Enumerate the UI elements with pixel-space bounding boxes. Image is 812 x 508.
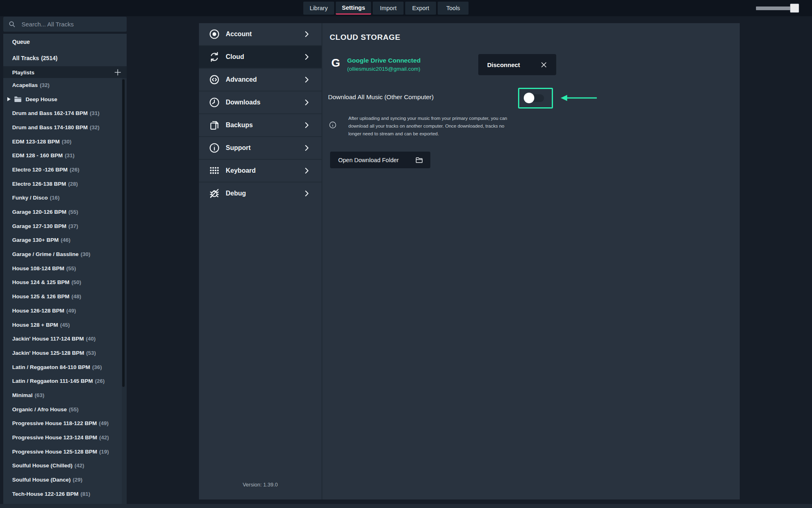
playlist-item[interactable]: House 124 & 125 BPM(50) bbox=[3, 276, 122, 290]
app-window: LibrarySettingsImportExportTools Queue A… bbox=[0, 0, 812, 508]
playlist-count: (31) bbox=[65, 152, 75, 158]
settings-nav-item-cloud[interactable]: Cloud bbox=[199, 45, 322, 68]
playlist-count: (49) bbox=[66, 308, 76, 314]
open-download-folder-button[interactable]: Open Download Folder bbox=[330, 152, 430, 168]
playlist-item[interactable]: Progressive House 118-122 BPM(49) bbox=[3, 417, 122, 431]
settings-nav-item-backups[interactable]: Backups bbox=[199, 113, 322, 136]
settings-nav-item-advanced[interactable]: Advanced bbox=[199, 68, 322, 91]
playlist-count: (45) bbox=[60, 322, 70, 328]
playlist-item[interactable]: Garage 127-130 BPM(37) bbox=[3, 219, 122, 233]
sidebar-item-queue[interactable]: Queue bbox=[3, 34, 127, 50]
playlist-name: Garage / Grime / Bassline bbox=[12, 251, 79, 257]
playlist-item[interactable]: Soulful House (Chilled)(42) bbox=[3, 459, 122, 473]
playlist-name: Latin / Reggaeton 111-145 BPM bbox=[12, 378, 93, 384]
playlist-item[interactable]: Latin / Reggaeton 111-145 BPM(26) bbox=[3, 374, 122, 388]
playlist-item[interactable]: Progressive House 125-128 BPM(19) bbox=[3, 445, 122, 459]
chevron-right-icon bbox=[302, 166, 311, 175]
playlist-item[interactable]: Jackin' House 125-128 BPM(53) bbox=[3, 346, 122, 360]
playlist-count: (32) bbox=[90, 124, 99, 130]
settings-nav-item-account[interactable]: Account bbox=[199, 23, 322, 45]
playlist-count: (40) bbox=[86, 336, 96, 342]
playlist-count: (36) bbox=[92, 364, 102, 370]
playlist-name: Deep House bbox=[26, 96, 57, 102]
playlist-count: (29) bbox=[73, 477, 82, 483]
playlists-scrollbar-thumb[interactable] bbox=[122, 79, 125, 387]
playlist-item[interactable]: House 126-128 BPM(49) bbox=[3, 304, 122, 318]
close-icon bbox=[540, 61, 547, 68]
nav-item-label: Debug bbox=[226, 190, 246, 197]
cloud-storage-heading: CLOUD STORAGE bbox=[330, 33, 400, 42]
playlist-item[interactable]: Garage / Grime / Bassline(30) bbox=[3, 247, 122, 261]
playlist-item[interactable]: Tech-House 122-126 BPM(81) bbox=[3, 487, 122, 501]
playlist-item[interactable]: EDM 123-128 BPM(30) bbox=[3, 135, 122, 149]
playlist-count: (42) bbox=[75, 462, 84, 469]
playlist-item[interactable]: Jackin' House 117-124 BPM(40) bbox=[3, 332, 122, 346]
expand-caret-icon[interactable] bbox=[7, 97, 11, 101]
tab-library[interactable]: Library bbox=[303, 2, 334, 15]
folder-icon bbox=[415, 156, 423, 164]
playlist-item[interactable]: Funky / Disco(16) bbox=[3, 191, 122, 205]
tab-settings[interactable]: Settings bbox=[336, 2, 371, 15]
playlist-item[interactable]: Latin / Reggaeton 84-110 BPM(36) bbox=[3, 360, 122, 374]
top-bar: LibrarySettingsImportExportTools bbox=[0, 0, 812, 16]
playlist-name: Progressive House 123-124 BPM bbox=[12, 434, 97, 441]
playlist-item[interactable]: Drum and Bass 162-174 BPM(31) bbox=[3, 106, 122, 120]
playlist-item[interactable]: Organic / Afro House(55) bbox=[3, 402, 122, 417]
playlist-item[interactable]: Garage 120-126 BPM(55) bbox=[3, 205, 122, 219]
playlist-count: (55) bbox=[69, 406, 79, 412]
search-input[interactable] bbox=[21, 20, 116, 28]
playlist-item[interactable]: Garage 130+ BPM(46) bbox=[3, 233, 122, 247]
chevron-right-icon bbox=[302, 121, 311, 130]
tab-export[interactable]: Export bbox=[405, 2, 436, 15]
playlist-item[interactable]: House 128 + BPM(45) bbox=[3, 318, 122, 332]
playlist-count: (46) bbox=[60, 237, 70, 243]
disconnect-button[interactable]: Disconnect bbox=[478, 54, 556, 75]
queue-label: Queue bbox=[12, 39, 30, 45]
playlist-count: (16) bbox=[50, 195, 60, 201]
playlists-header: Playlists bbox=[3, 66, 127, 78]
playlist-item[interactable]: Soulful House (Dance)(29) bbox=[3, 473, 122, 487]
tab-import[interactable]: Import bbox=[373, 2, 404, 15]
account-icon bbox=[209, 28, 220, 40]
playlist-name: Minimal bbox=[12, 392, 32, 398]
playlist-item[interactable]: Progressive House 123-124 BPM(42) bbox=[3, 430, 122, 445]
chevron-right-icon bbox=[302, 30, 311, 39]
nav-item-label: Keyboard bbox=[226, 167, 256, 174]
playlist-folder[interactable]: Deep House bbox=[3, 92, 122, 106]
playlist-count: (26) bbox=[95, 378, 105, 384]
playlist-item[interactable]: Drum and Bass 174-180 BPM(32) bbox=[3, 120, 122, 135]
info-icon bbox=[329, 121, 337, 129]
playlist-count: (32) bbox=[40, 82, 50, 88]
playlist-name: Electro 126-138 BPM bbox=[12, 181, 66, 187]
playlist-count: (55) bbox=[69, 209, 78, 215]
download-all-music-toggle[interactable] bbox=[525, 94, 544, 102]
playlist-count: (37) bbox=[69, 223, 78, 229]
playlist-name: Funky / Disco bbox=[12, 195, 48, 201]
add-playlist-button[interactable] bbox=[114, 68, 122, 76]
settings-nav-item-debug[interactable]: Debug bbox=[199, 182, 322, 204]
settings-nav-item-downloads[interactable]: Downloads bbox=[199, 91, 322, 113]
nav-item-label: Downloads bbox=[226, 99, 260, 106]
playlist-item[interactable]: Electro 120 -126 BPM(26) bbox=[3, 163, 122, 177]
playlist-item[interactable]: House 125 & 126 BPM(48) bbox=[3, 289, 122, 304]
nav-content-divider bbox=[322, 23, 322, 499]
all-tracks-label: All Tracks bbox=[12, 55, 39, 61]
playlist-item[interactable]: Electro 126-138 BPM(28) bbox=[3, 177, 122, 191]
playlist-item[interactable]: EDM 128 - 160 BPM(31) bbox=[3, 148, 122, 163]
playlist-name: Garage 120-126 BPM bbox=[12, 209, 67, 215]
playlist-count: (30) bbox=[62, 139, 71, 145]
google-logo: G bbox=[331, 56, 340, 69]
playlists-list: Acapellas(32)Deep HouseDrum and Bass 162… bbox=[3, 78, 122, 508]
playlist-item[interactable]: House 108-124 BPM(55) bbox=[3, 261, 122, 276]
playlist-item[interactable]: Acapellas(32) bbox=[3, 78, 122, 92]
search-box[interactable] bbox=[3, 17, 127, 32]
settings-nav-item-keyboard[interactable]: Keyboard bbox=[199, 159, 322, 182]
topbar-slider-thumb[interactable] bbox=[790, 4, 799, 13]
settings-nav-item-support[interactable]: Support bbox=[199, 136, 322, 159]
open-folder-label: Open Download Folder bbox=[338, 157, 399, 163]
playlist-item[interactable]: Minimal(63) bbox=[3, 388, 122, 402]
playlist-name: Latin / Reggaeton 84-110 BPM bbox=[12, 364, 90, 370]
sidebar-item-all-tracks[interactable]: All Tracks (2514) bbox=[3, 50, 127, 66]
copy-pages-icon bbox=[209, 119, 220, 131]
tab-tools[interactable]: Tools bbox=[438, 2, 469, 15]
